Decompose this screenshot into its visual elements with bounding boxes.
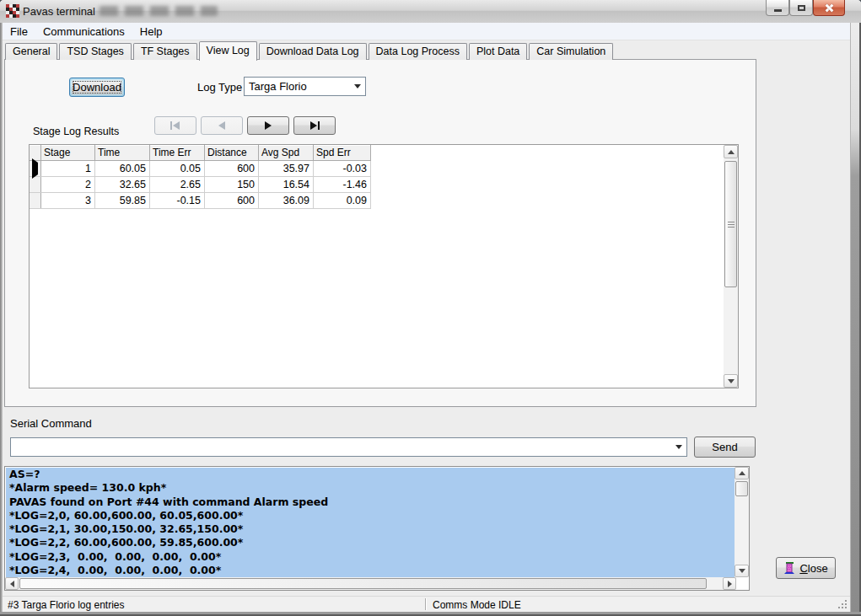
cell[interactable]: 150 bbox=[205, 177, 259, 193]
arrow-left-icon bbox=[10, 581, 14, 587]
grid-scroll-thumb[interactable] bbox=[724, 161, 737, 287]
nav-prev-button[interactable] bbox=[201, 116, 243, 135]
menu-communications[interactable]: Communications bbox=[35, 24, 132, 40]
nav-next-icon bbox=[261, 121, 275, 130]
menu-file[interactable]: File bbox=[3, 24, 35, 40]
terminal-line: AS=? bbox=[6, 468, 735, 481]
chevron-down-icon bbox=[354, 84, 361, 88]
row-selector[interactable] bbox=[30, 193, 41, 209]
serial-command-combobox[interactable] bbox=[10, 437, 687, 457]
close-window-button[interactable] bbox=[813, 0, 845, 16]
app-icon bbox=[6, 4, 19, 18]
cell[interactable]: 32.65 bbox=[95, 177, 150, 193]
col-stage: Stage bbox=[41, 145, 95, 161]
minimize-icon bbox=[774, 9, 782, 12]
col-time-err: Time Err bbox=[150, 145, 205, 161]
status-left-text: #3 Targa Florio log entries bbox=[8, 599, 125, 611]
cell[interactable]: 2.65 bbox=[150, 177, 205, 193]
log-type-combobox[interactable]: Targa Florio bbox=[244, 77, 366, 96]
cell[interactable]: 2 bbox=[41, 177, 95, 193]
arrow-down-icon bbox=[739, 569, 745, 573]
tab-plot-data[interactable]: Plot Data bbox=[469, 43, 527, 60]
cell[interactable]: 600 bbox=[205, 161, 259, 177]
maximize-icon bbox=[798, 5, 805, 11]
cell[interactable]: 36.09 bbox=[259, 193, 314, 209]
serial-dropdown-arrow[interactable] bbox=[671, 445, 686, 449]
table-header-row: Stage Time Time Err Distance Avg Spd Spd… bbox=[30, 145, 371, 161]
stage-log-table: Stage Time Time Err Distance Avg Spd Spd… bbox=[30, 145, 371, 209]
download-button[interactable]: Download bbox=[69, 78, 125, 97]
terminal-line: *LOG=2,0, 60.00,600.00, 60.05,600.00* bbox=[6, 509, 735, 522]
status-bar: #3 Targa Florio log entries Comms Mode I… bbox=[3, 596, 850, 612]
window-frame-left bbox=[0, 23, 3, 612]
tab-tsd-stages[interactable]: TSD Stages bbox=[59, 43, 131, 60]
log-type-value: Targa Florio bbox=[245, 80, 350, 93]
scroll-right-button[interactable] bbox=[723, 577, 736, 590]
tab-download-data-log[interactable]: Download Data Log bbox=[259, 43, 367, 60]
nav-next-button[interactable] bbox=[247, 116, 289, 135]
menu-help[interactable]: Help bbox=[132, 24, 170, 40]
col-time: Time bbox=[95, 145, 150, 161]
cell[interactable]: -1.46 bbox=[314, 177, 371, 193]
row-selector[interactable] bbox=[30, 177, 41, 193]
table-row[interactable]: 2 32.65 2.65 150 16.54 -1.46 bbox=[30, 177, 371, 193]
scroll-left-button[interactable] bbox=[5, 577, 19, 590]
cell[interactable]: 1 bbox=[41, 161, 95, 177]
grid-vertical-scrollbar[interactable] bbox=[724, 145, 738, 388]
terminal-hscroll-thumb[interactable] bbox=[19, 578, 707, 589]
terminal-line: *Alarm speed= 130.0 kph* bbox=[6, 481, 735, 495]
scroll-up-button[interactable] bbox=[724, 145, 738, 158]
cell[interactable]: 600 bbox=[205, 193, 259, 209]
scroll-down-button[interactable] bbox=[724, 374, 738, 388]
menu-bar: File Communications Help bbox=[3, 23, 850, 40]
window-title: Pavas terminal bbox=[23, 5, 95, 18]
close-button-label: Close bbox=[799, 562, 827, 575]
minimize-button[interactable] bbox=[766, 0, 789, 16]
table-row[interactable]: 3 59.85 -0.15 600 36.09 0.09 bbox=[30, 193, 371, 209]
cell[interactable]: -0.03 bbox=[314, 161, 371, 177]
size-grip[interactable] bbox=[837, 599, 848, 609]
tab-data-log-process[interactable]: Data Log Process bbox=[369, 43, 467, 60]
serial-command-label: Serial Command bbox=[10, 417, 92, 430]
terminal-vertical-scrollbar[interactable] bbox=[735, 467, 749, 577]
terminal-line: *LOG=2,3, 0.00, 0.00, 0.00, 0.00* bbox=[6, 550, 735, 564]
log-type-dropdown-arrow[interactable] bbox=[350, 84, 365, 88]
download-button-label: Download bbox=[73, 81, 121, 94]
close-button-label-rest: lose bbox=[808, 562, 828, 575]
terminal-line: *LOG=2,4, 0.00, 0.00, 0.00, 0.00* bbox=[6, 564, 735, 577]
table-row[interactable]: 1 60.05 0.05 600 35.97 -0.03 bbox=[30, 161, 371, 177]
cell[interactable]: -0.15 bbox=[150, 193, 205, 209]
cell[interactable]: 60.05 bbox=[95, 161, 150, 177]
send-button[interactable]: Send bbox=[694, 437, 756, 458]
cell[interactable]: 35.97 bbox=[259, 161, 314, 177]
cell[interactable]: 0.09 bbox=[314, 193, 371, 209]
tab-general[interactable]: General bbox=[5, 43, 57, 60]
nav-first-icon bbox=[169, 121, 182, 130]
close-icon bbox=[825, 3, 834, 13]
send-button-label: Send bbox=[712, 441, 737, 453]
cell[interactable]: 3 bbox=[41, 193, 95, 209]
terminal-lines: AS=? *Alarm speed= 130.0 kph* PAVAS foun… bbox=[6, 468, 735, 577]
terminal-scroll-thumb[interactable] bbox=[735, 481, 748, 496]
tab-car-simulation[interactable]: Car Simulation bbox=[529, 43, 613, 60]
terminal-output[interactable]: AS=? *Alarm speed= 130.0 kph* PAVAS foun… bbox=[4, 466, 750, 591]
cell[interactable]: 59.85 bbox=[95, 193, 150, 209]
arrow-up-icon bbox=[728, 150, 735, 154]
close-button[interactable]: Close bbox=[776, 557, 836, 579]
tab-view-log[interactable]: View Log bbox=[199, 41, 257, 61]
terminal-horizontal-scrollbar[interactable] bbox=[5, 577, 736, 590]
nav-last-button[interactable] bbox=[293, 116, 336, 135]
tab-tf-stages[interactable]: TF Stages bbox=[133, 43, 197, 60]
cell[interactable]: 0.05 bbox=[150, 161, 205, 177]
cell[interactable]: 16.54 bbox=[259, 177, 314, 193]
stage-log-results-label: Stage Log Results bbox=[33, 126, 119, 137]
nav-first-button[interactable] bbox=[154, 116, 196, 135]
serial-command-input[interactable] bbox=[11, 437, 671, 457]
scroll-down-button[interactable] bbox=[735, 565, 749, 577]
row-selector-current[interactable] bbox=[30, 161, 41, 177]
nav-last-icon bbox=[308, 121, 321, 130]
maximize-button[interactable] bbox=[789, 0, 813, 16]
app-window: Pavas terminal File Communications Help … bbox=[0, 0, 861, 616]
scroll-up-button[interactable] bbox=[735, 467, 749, 479]
nav-prev-icon bbox=[215, 121, 229, 130]
